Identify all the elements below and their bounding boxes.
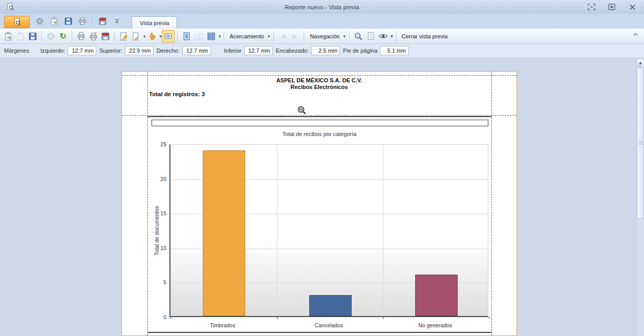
tab-vista-previa[interactable]: Vista previa [132, 16, 177, 29]
separator [177, 31, 178, 42]
two-page-view-icon[interactable] [192, 30, 205, 42]
export-clipboard-icon[interactable] [48, 16, 59, 27]
close-preview-button[interactable]: Cerrar vista previa [399, 30, 451, 42]
settings-gear-icon[interactable] [34, 16, 45, 27]
margin-footer-input[interactable] [380, 46, 409, 55]
y-tick-label: 25 [150, 141, 166, 147]
y-tick-label: 10 [150, 245, 166, 251]
plot-area [169, 144, 488, 317]
bar-cancelados [309, 295, 352, 316]
toolbar-options-icon[interactable] [111, 16, 122, 27]
y-tick-label: 0 [150, 314, 166, 320]
separator [114, 31, 115, 42]
x-tick-label: Cancelados [298, 322, 360, 328]
band-border-bottom [147, 332, 491, 333]
navigation-dropdown-label: Navegación [308, 33, 341, 39]
preview-toolbar: ↻ ? ▾ ▾ ▾ Acercamiento▾ ◀ ▶ Navegación▾ [0, 29, 644, 44]
x-tick-mark [170, 317, 171, 319]
save-icon[interactable] [27, 30, 39, 42]
maximize-button[interactable] [607, 3, 616, 11]
margin-guide-top [122, 75, 517, 76]
vertical-scrollbar[interactable]: ▲ [636, 58, 644, 336]
scrollbar-thumb[interactable] [637, 68, 644, 219]
zoom-dropdown[interactable]: Acercamiento▾ [227, 30, 271, 42]
report-total-records: Total de registros: 3 [149, 91, 205, 97]
margin-header-label: Encabezado: [276, 48, 309, 54]
x-tick-mark [489, 317, 489, 319]
y-tick-label: 5 [150, 279, 166, 285]
separator [224, 31, 224, 42]
print-setup-icon[interactable]: ? [87, 30, 99, 42]
dropdown-arrow-icon[interactable]: ▾ [391, 34, 393, 39]
margin-guide-left [147, 72, 148, 335]
margin-bottom-label: Inferior [224, 48, 242, 54]
bar-no-generados [415, 275, 458, 316]
x-tick-mark [383, 317, 383, 319]
preview-workspace: ASPEL DE MÉXICO S.A. DE C.V. Recibos Ele… [0, 58, 644, 336]
margin-right-input[interactable] [182, 46, 211, 55]
margin-left-input[interactable] [68, 46, 96, 55]
dropdown-arrow-icon: ▾ [343, 34, 346, 39]
quick-access-row: Vista previa [0, 14, 644, 29]
nav-forward-icon[interactable]: ▶ [289, 30, 301, 42]
close-preview-label: Cerrar vista previa [400, 33, 450, 39]
fullscreen-button[interactable] [587, 3, 596, 11]
print-icon[interactable] [77, 16, 88, 27]
report-subtitle: Recibos Electrónicos [122, 84, 517, 90]
separator [349, 31, 350, 42]
nav-back-icon[interactable]: ◀ [276, 30, 289, 42]
refresh-icon[interactable]: ↻ [57, 30, 69, 42]
margin-top-input[interactable] [125, 46, 154, 55]
dropdown-arrow-icon[interactable]: ▾ [219, 34, 221, 39]
margin-header-input[interactable] [311, 46, 340, 55]
settings-gear-icon[interactable] [45, 30, 57, 42]
y-tick-label: 15 [150, 210, 166, 216]
copy-icon[interactable] [14, 30, 27, 42]
margin-bottom-input[interactable] [244, 46, 273, 55]
print-icon[interactable] [75, 30, 87, 42]
save-icon[interactable] [62, 16, 74, 27]
separator [304, 31, 304, 42]
preview-page-icon [13, 17, 22, 27]
zoom-tool-icon[interactable] [352, 30, 364, 42]
separator [273, 31, 274, 42]
margin-right-label: Derecho: [157, 48, 180, 54]
y-tick-label: 20 [150, 176, 166, 182]
collapse-ribbon-icon[interactable] [632, 32, 639, 38]
x-tick-label: Timbrados [192, 322, 253, 328]
fit-width-tool-icon[interactable] [162, 30, 175, 42]
svg-text:?: ? [94, 32, 97, 36]
save-pdf-icon[interactable] [99, 30, 112, 42]
dropdown-arrow-icon[interactable]: ▾ [143, 34, 146, 39]
scroll-up-button[interactable]: ▲ [637, 59, 644, 66]
margins-bar: Márgenes Izquierdo: Superior: Derecho: I… [0, 44, 644, 58]
separator [396, 31, 396, 42]
thumbnail-page-icon[interactable] [364, 30, 377, 42]
separator [92, 17, 93, 26]
tab-label: Vista previa [140, 20, 169, 26]
page-edit-icon[interactable] [130, 30, 142, 42]
report-company: ASPEL DE MÉXICO S.A. DE C.V. [122, 77, 517, 83]
separator [72, 31, 72, 42]
x-tick-mark [277, 317, 277, 319]
margin-footer-label: Pie de página [343, 48, 377, 54]
margin-top-label: Superior: [99, 48, 122, 54]
save-pdf-icon[interactable] [97, 16, 108, 27]
dropdown-arrow-icon: ▾ [268, 34, 270, 39]
report-page: ASPEL DE MÉXICO S.A. DE C.V. Recibos Ele… [121, 71, 517, 336]
pan-hand-icon[interactable] [146, 30, 158, 42]
x-gridline [277, 145, 277, 316]
navigation-dropdown[interactable]: Navegación▾ [307, 30, 347, 42]
chart-title: Total de recibos por categoría [147, 131, 491, 137]
single-page-view-icon[interactable] [180, 30, 192, 42]
zoom-dropdown-label: Acercamiento [228, 33, 266, 39]
page-setup-icon[interactable] [117, 30, 130, 42]
title-bar: Reporte nuevo - Vista previa [0, 0, 644, 14]
multi-page-view-icon[interactable] [205, 30, 217, 42]
zoom-out-cursor-icon [297, 105, 307, 117]
application-menu-button[interactable] [4, 16, 30, 28]
chart-ylabel: Total de documentos [153, 144, 161, 317]
export-clipboard-icon[interactable] [2, 30, 14, 42]
close-button[interactable] [628, 3, 637, 11]
watermark-eye-icon[interactable] [377, 30, 389, 42]
